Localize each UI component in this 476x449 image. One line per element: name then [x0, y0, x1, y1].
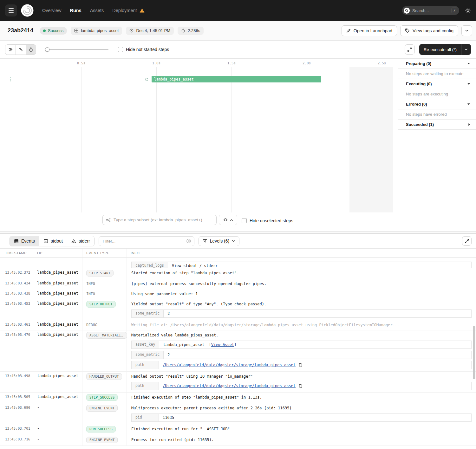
event-type-cell: STEP_SUCCESS [82, 393, 127, 403]
metadata-path-link[interactable]: /Users/alangenfeld/data/dagster/storage/… [163, 383, 296, 389]
gantt-chart: 0.5s 1.0s 1.5s 2.0s 2.5s lambda_pipes_as… [0, 59, 398, 231]
waterfall-view-button[interactable] [16, 45, 26, 55]
timestamp-cell[interactable]: 13:45:03.461 [0, 320, 33, 330]
tab-stdout-label: stdout [51, 238, 63, 244]
layers-icon [223, 218, 228, 222]
tab-stderr[interactable]: stderr [67, 236, 94, 246]
run-tag-start-time[interactable]: Dec 4, 1:45:01 PM [126, 27, 174, 35]
panel-splitter[interactable] [0, 231, 476, 234]
global-search[interactable]: Search... / [402, 6, 459, 15]
op-cell: lambda_pipes_asset [33, 268, 82, 279]
tab-events[interactable]: Events [10, 236, 39, 246]
timestamp-cell[interactable]: 13:45:03.470 [0, 330, 33, 371]
sidebar-section-succeeded[interactable]: Succeeded (1) [398, 120, 476, 130]
sidebar-section-errored[interactable]: Errored (0) [398, 99, 476, 109]
metadata-key: asset_key [132, 341, 159, 348]
hide-unselected-checkbox[interactable]: Hide unselected steps [242, 218, 293, 223]
log-filter-input[interactable] [103, 239, 186, 244]
timestamp-cell[interactable]: 13:45:03.453 [0, 299, 33, 320]
nav-overview[interactable]: Overview [42, 8, 61, 13]
timestamp-cell[interactable]: 13:45:03.701 [0, 424, 33, 435]
axis-tick: 2.0s [303, 61, 311, 65]
axis-tick: 1.5s [227, 61, 236, 65]
event-type-cell [82, 258, 127, 268]
column-header-op: OP [33, 249, 82, 257]
metadata-value: 11635 [159, 414, 471, 421]
timed-view-button[interactable] [26, 45, 36, 55]
collapse-panel-button[interactable] [219, 215, 237, 225]
gantt-fullscreen-button[interactable] [405, 44, 415, 55]
step-subset-input[interactable] [114, 218, 213, 222]
clear-filter-icon[interactable] [186, 238, 191, 244]
dagster-logo[interactable] [21, 4, 34, 17]
sidebar-section-preparing[interactable]: Preparing (0) [398, 59, 476, 69]
metadata-path-link[interactable]: /Users/alangenfeld/data/dagster/storage/… [163, 362, 296, 368]
log-filter-field[interactable] [99, 236, 194, 246]
tab-stdout[interactable]: stdout [39, 236, 67, 246]
log-row: 13:45:03.716-ENGINE_EVENTProcess for run… [0, 435, 476, 446]
run-tag-duration[interactable]: 2.286s [178, 27, 204, 35]
run-status-badge[interactable]: Success [40, 27, 67, 35]
event-log-body: captured_logsView stdout / stderr13:45:0… [0, 258, 476, 449]
event-type-cell: DEBUG [82, 320, 127, 330]
log-row: 13:45:03.696-ENGINE_EVENTMultiprocess ex… [0, 403, 476, 424]
log-fullscreen-button[interactable] [462, 236, 472, 246]
search-icon [404, 8, 410, 14]
hamburger-menu-button[interactable] [5, 4, 17, 16]
timestamp-cell[interactable]: 13:45:03.505 [0, 393, 33, 403]
event-message: Finished execution of run for "__ASSET_J… [131, 426, 472, 432]
dagster-run-page: Overview Runs Assets Deployment Search..… [0, 0, 476, 449]
gear-icon[interactable] [465, 8, 471, 14]
nav-runs[interactable]: Runs [70, 8, 81, 13]
copy-icon[interactable] [298, 363, 303, 367]
run-tag-job[interactable]: lambda_pipes_asset [71, 27, 122, 35]
metadata-value: /Users/alangenfeld/data/dagster/storage/… [159, 361, 471, 369]
hide-not-started-checkbox[interactable]: Hide not started steps [118, 47, 169, 52]
pencil-icon [346, 29, 351, 33]
metadata-value: lambda_pipes_asset [View Asset] [159, 341, 471, 348]
event-type-badge: ENGINE_EVENT [86, 405, 118, 412]
log-row: 13:45:03.424lambda_pipes_assetINFO[pipes… [0, 279, 476, 289]
copy-icon[interactable] [298, 384, 303, 388]
reexecute-dropdown-button[interactable] [461, 44, 471, 55]
flat-view-button[interactable] [5, 45, 16, 55]
reexecute-all-button[interactable]: Re-execute all (*) [419, 44, 461, 55]
metadata-key: captured_logs [132, 262, 168, 268]
nav-assets[interactable]: Assets [90, 8, 104, 13]
hide-unselected-label: Hide unselected steps [250, 218, 293, 223]
sidebar-section-executing[interactable]: Executing (0) [398, 79, 476, 89]
info-cell: Materialized value lambda_pipes_asset.as… [127, 330, 476, 371]
event-message: Multiprocess executor: parent process ex… [131, 405, 472, 411]
log-row: 13:45:03.461lambda_pipes_assetDEBUGWriti… [0, 320, 476, 330]
view-tags-config-button[interactable]: View tags and config [400, 25, 458, 36]
gantt-zoom-slider[interactable] [45, 47, 108, 52]
vertical-scrollbar[interactable] [473, 326, 475, 379]
step-subset-field[interactable] [102, 215, 217, 225]
timestamp-cell[interactable]: 13:45:02.372 [0, 268, 33, 279]
timestamp-cell[interactable]: 13:45:03.498 [0, 372, 33, 392]
open-in-launchpad-button[interactable]: Open in Launchpad [342, 25, 397, 36]
nav-deployment[interactable]: Deployment [112, 8, 144, 13]
levels-dropdown-button[interactable]: Levels (6) [199, 236, 239, 246]
run-id: 23ab2414 [8, 27, 33, 34]
op-cell: lambda_pipes_asset [33, 372, 82, 392]
gantt-step-bar[interactable]: lambda_pipes_asset [152, 76, 321, 82]
log-row: captured_logsView stdout / stderr [0, 258, 476, 268]
run-actions-dropdown-button[interactable] [461, 25, 472, 36]
checkbox-icon[interactable] [242, 218, 247, 223]
info-cell: captured_logsView stdout / stderr [127, 258, 476, 268]
timestamp-cell[interactable]: 13:45:03.424 [0, 279, 33, 289]
event-type-cell: ENGINE_EVENT [82, 403, 127, 424]
metadata-entry: path/Users/alangenfeld/data/dagster/stor… [131, 361, 472, 369]
view-asset-link[interactable]: View Asset [211, 342, 234, 348]
metadata-text: 11635 [163, 415, 174, 420]
timestamp-cell[interactable]: 13:45:03.438 [0, 289, 33, 299]
metadata-key: path [132, 361, 159, 369]
timestamp-cell[interactable]: 13:45:03.696 [0, 403, 33, 424]
slider-knob[interactable] [45, 47, 49, 52]
timestamp-cell[interactable]: 13:45:03.716 [0, 435, 33, 446]
event-type-label: INFO [86, 292, 95, 296]
chevron-down-icon [467, 83, 470, 85]
checkbox-icon[interactable] [118, 47, 123, 52]
bracket-text: ] [234, 342, 236, 348]
